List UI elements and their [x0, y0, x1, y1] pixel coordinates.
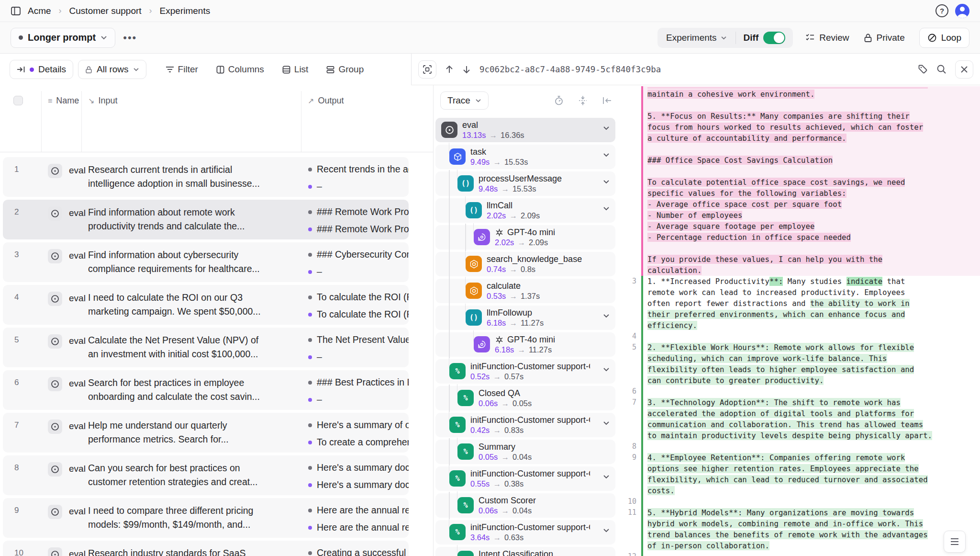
timing-toggle-button[interactable]	[554, 95, 564, 106]
sidebar-toggle-icon[interactable]	[11, 6, 21, 16]
table-row[interactable]: 7evalHelp me understand our quarterly pe…	[3, 413, 409, 453]
trace-node-initfunction-customer-support-c-[interactable]: %initFunction-Customer support-C...0.55s…	[435, 466, 615, 491]
output-bullet-icon	[308, 398, 312, 402]
diff-toggle[interactable]	[763, 32, 785, 44]
table-row[interactable]: 2evalFind information about remote work …	[3, 200, 409, 239]
view-mode-selector[interactable]: Experiments	[659, 33, 734, 43]
output-bullet-icon	[308, 185, 312, 189]
output-bullet-icon	[308, 295, 312, 299]
eval-circle-dot-icon	[48, 505, 62, 519]
breadcrumb-section[interactable]: Experiments	[160, 6, 211, 16]
columns-button[interactable]: Columns	[210, 60, 271, 79]
chevron-down-icon[interactable]	[603, 126, 610, 130]
next-row-button[interactable]	[462, 65, 471, 74]
trace-node-timings: 0.74s→0.8s	[487, 265, 535, 274]
row-output-cell: Here's a summary documeHere's a summary …	[308, 455, 409, 495]
rows-filter-selector[interactable]: All rows	[78, 60, 146, 79]
collapse-all-button[interactable]	[578, 95, 588, 106]
column-header-name[interactable]: ≡ Name	[48, 96, 79, 106]
help-icon[interactable]: ?	[935, 4, 948, 17]
table-row[interactable]: 5evalCalculate the Net Present Value (NP…	[3, 328, 409, 367]
diff-line-text: their preferred environments, which can …	[643, 309, 980, 320]
trace-node-timings: 0.42s→0.83s	[470, 426, 523, 435]
experiment-selector[interactable]: Longer prompt	[11, 28, 115, 48]
chevron-down-icon[interactable]	[603, 528, 610, 533]
trace-node-timings: 0.06s→0.04s	[479, 506, 532, 515]
row-input-text: Search for best practices in employee on…	[88, 376, 295, 404]
table-row[interactable]: 9evalI need to compare three different p…	[3, 498, 409, 538]
close-panel-button[interactable]	[955, 60, 973, 79]
search-button[interactable]	[936, 64, 947, 74]
diff-line-text: - Average office space cost per square f…	[643, 199, 980, 210]
diff-line-number	[617, 309, 641, 320]
table-row[interactable]: 10evalResearch industry standards for Sa…	[3, 541, 409, 556]
chevron-down-icon[interactable]	[603, 206, 610, 211]
previous-row-button[interactable]	[445, 65, 454, 74]
column-header-output[interactable]: ↗ Output	[308, 96, 344, 106]
chevron-down-icon[interactable]	[603, 367, 610, 372]
diff-line-text	[643, 144, 980, 155]
app-window: Acme › Customer support › Experiments ? …	[0, 0, 980, 556]
trace-node-custom-scorer[interactable]: %Custom Scorer0.06s→0.04s	[435, 493, 615, 518]
transcript-view-button[interactable]	[944, 531, 966, 553]
breadcrumb-org[interactable]: Acme	[28, 6, 51, 16]
table-row[interactable]: 6evalSearch for best practices in employ…	[3, 370, 409, 410]
filter-button[interactable]: Filter	[159, 60, 205, 79]
chevron-down-icon[interactable]	[603, 180, 610, 184]
loop-button[interactable]: Loop	[919, 28, 969, 48]
output-bullet-icon	[308, 551, 312, 555]
chevron-down-icon[interactable]	[603, 314, 610, 318]
private-button[interactable]: Private	[864, 33, 905, 43]
trace-node-task[interactable]: task9.49s→15.53s	[435, 145, 615, 169]
avatar[interactable]	[955, 4, 969, 18]
row-input-text: I need to calculate the ROI on our Q3 ma…	[88, 291, 295, 318]
diff-added-line: remote work can lead to increased produc…	[617, 287, 980, 298]
trace-node-initfunction-customer-support-c-[interactable]: %initFunction-Customer support-C...0.52s…	[435, 359, 615, 384]
trace-node-initfunction-customer-support-c-[interactable]: %initFunction-Customer support-C...0.42s…	[435, 413, 615, 437]
trace-node-initfunction-customer-support-c-[interactable]: %initFunction-Customer support-C...3.64s…	[435, 520, 615, 545]
diff-added-line: scheduling, which can improve work-life …	[617, 353, 980, 364]
trace-node-summary[interactable]: %Summary0.05s→0.04s	[435, 440, 615, 464]
table-row[interactable]: 3evalFind information about cybersecurit…	[3, 242, 409, 282]
trace-node-gpt-4o-mini[interactable]: GPT-4o mini6.18s→11.27s	[435, 332, 615, 357]
trace-node-timings: 6.18s→11.27s	[495, 345, 552, 354]
trace-node-gpt-4o-mini[interactable]: GPT-4o mini2.02s→2.09s	[435, 225, 615, 250]
details-button[interactable]: Details	[10, 60, 73, 79]
diff-line-text: scheduling, which can improve work-life …	[643, 353, 980, 364]
trace-node-llmcall[interactable]: ()llmCall2.02s→2.09s	[435, 198, 615, 223]
more-options-button[interactable]: •••	[123, 32, 137, 44]
trace-node-processusermessage[interactable]: ()processUserMessage9.48s→15.53s	[435, 171, 615, 196]
table-row[interactable]: 1evalResearch current trends in artifici…	[3, 157, 409, 197]
table-row[interactable]: 4evalI need to calculate the ROI on our …	[3, 285, 409, 325]
trace-view-selector[interactable]: Trace	[440, 91, 489, 110]
row-output-line2: –	[317, 181, 322, 192]
diff-line-number: 6	[617, 386, 641, 397]
chevron-down-icon[interactable]	[603, 421, 610, 425]
diff-line-number	[617, 485, 641, 496]
list-button[interactable]: List	[276, 60, 315, 79]
breadcrumb-project[interactable]: Customer support	[69, 6, 142, 16]
table-row[interactable]: 8evalCan you search for best practices o…	[3, 455, 409, 495]
diff-added-line: communication and collaboration. This tr…	[617, 419, 980, 430]
chevron-down-icon[interactable]	[603, 475, 610, 479]
trace-view-label: Trace	[447, 95, 470, 106]
collapse-panel-button[interactable]	[602, 96, 612, 105]
trace-node-closed-qa[interactable]: %Closed QA0.06s→0.05s	[435, 386, 615, 410]
tag-button[interactable]	[918, 64, 928, 74]
trace-node-llmfollowup[interactable]: ()llmFollowup6.18s→11.27s	[435, 306, 615, 330]
trace-node-eval[interactable]: eval13.13s→16.36s	[435, 118, 615, 142]
trace-node-calculate[interactable]: calculate0.53s→1.37s	[435, 279, 615, 303]
chevron-down-icon[interactable]	[603, 153, 610, 157]
select-all-checkbox[interactable]	[13, 96, 23, 105]
trace-node-search-knowledge-base[interactable]: search_knowledge_base0.74s→0.8s	[435, 252, 615, 276]
expand-trace-button[interactable]	[418, 60, 436, 79]
fn-span-icon: ()	[466, 202, 482, 218]
diff-added-line: hybrid work models, combining remote and…	[617, 518, 980, 529]
column-header-input[interactable]: ↘ Input	[88, 96, 117, 106]
row-output-line1: Here's a summary docume	[317, 462, 409, 473]
trace-node-intent-classification[interactable]: %Intent Classification	[435, 547, 615, 556]
group-button[interactable]: Group	[320, 60, 370, 79]
diff-line-text: 2. **Flexible Work Hours**: Remote work …	[643, 342, 980, 353]
diff-line-number: 5	[617, 342, 641, 353]
review-button[interactable]: Review	[805, 33, 849, 43]
